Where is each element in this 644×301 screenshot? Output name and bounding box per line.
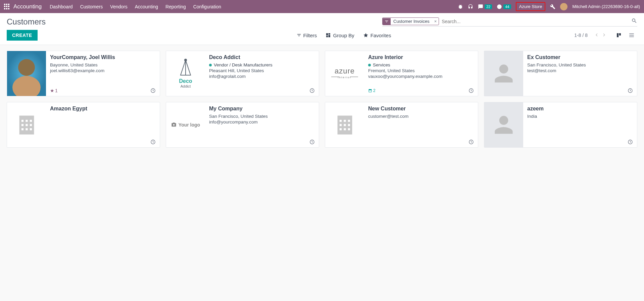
card-image xyxy=(484,51,523,96)
activities-badge: 44 xyxy=(503,4,511,9)
clock-icon[interactable] xyxy=(628,139,633,145)
customer-card[interactable]: New Customer customer@test.com xyxy=(325,102,478,148)
main-menu: Dashboard Customers Vendors Accounting R… xyxy=(50,4,221,9)
person-placeholder-icon xyxy=(484,102,523,147)
menu-dashboard[interactable]: Dashboard xyxy=(50,4,73,9)
svg-text:Deco: Deco xyxy=(179,78,192,84)
kanban-view-button[interactable] xyxy=(613,30,625,40)
svg-point-1 xyxy=(18,59,35,76)
breadcrumb: Customers xyxy=(7,17,46,27)
card-image: azureinterior xyxy=(325,51,364,96)
card-title: azeem xyxy=(527,106,633,112)
menu-configuration[interactable]: Configuration xyxy=(193,4,221,9)
card-title: Azure Interior xyxy=(368,54,474,60)
yourlogo-placeholder: Your logo xyxy=(171,122,200,128)
card-email: joel.willis63@example.com xyxy=(50,68,156,73)
clock-icon[interactable] xyxy=(628,88,633,93)
building-placeholder-icon xyxy=(325,102,364,147)
support-icon[interactable] xyxy=(468,4,473,9)
list-view-button[interactable] xyxy=(626,30,637,40)
tag-dot-icon xyxy=(368,64,371,66)
debug-icon[interactable] xyxy=(458,4,463,9)
customer-card[interactable]: Ex Customer San Francisco, United States… xyxy=(484,51,637,96)
star-icon[interactable]: ★1 xyxy=(50,88,58,93)
app-name[interactable]: Accounting xyxy=(13,3,42,10)
tools-icon[interactable] xyxy=(550,4,555,9)
svg-text:azure: azure xyxy=(335,67,355,75)
search-input[interactable] xyxy=(441,17,631,26)
svg-text:interior: interior xyxy=(338,76,351,79)
activities-icon[interactable]: 44 xyxy=(497,4,511,9)
search-facet: Customer Invoices × xyxy=(382,17,439,25)
card-title: Ex Customer xyxy=(527,54,633,60)
card-title: Amazon Egypt xyxy=(50,106,156,112)
customer-card[interactable]: YourCompany, Joel Willis Bayonne, United… xyxy=(7,51,160,96)
card-image xyxy=(325,102,364,147)
card-location: San Francisco, United States xyxy=(209,114,315,119)
card-email: vauxoo@yourcompany.example.com xyxy=(368,74,474,79)
main-navbar: Accounting Dashboard Customers Vendors A… xyxy=(0,0,644,13)
card-location: San Francisco, United States xyxy=(527,62,633,67)
facet-remove[interactable]: × xyxy=(432,19,439,24)
clock-icon[interactable] xyxy=(150,88,156,93)
card-title: New Customer xyxy=(368,106,474,112)
card-email: info@yourcompany.com xyxy=(209,119,315,124)
clock-icon[interactable] xyxy=(468,139,474,145)
card-title: YourCompany, Joel Willis xyxy=(50,54,156,60)
customer-card[interactable]: Amazon Egypt xyxy=(7,102,160,148)
messages-icon[interactable]: 22 xyxy=(478,4,492,9)
card-image: Your logo xyxy=(166,102,205,147)
menu-vendors[interactable]: Vendors xyxy=(110,4,127,9)
pager-text[interactable]: 1-8 / 8 xyxy=(574,33,588,38)
search-bar[interactable]: Customer Invoices × xyxy=(382,17,637,27)
card-image xyxy=(7,51,46,96)
create-button[interactable]: CREATE xyxy=(7,30,38,41)
pager-prev[interactable] xyxy=(594,32,600,39)
card-email: test@test.com xyxy=(527,68,633,73)
user-avatar[interactable] xyxy=(560,3,567,10)
menu-reporting[interactable]: Reporting xyxy=(165,4,186,9)
filters-dropdown[interactable]: Filters xyxy=(297,33,317,38)
card-title: My Company xyxy=(209,106,315,112)
clock-icon[interactable] xyxy=(309,88,315,93)
card-email: info@agrolait.com xyxy=(209,74,315,79)
svg-text:Addict: Addict xyxy=(181,84,191,88)
card-email: customer@test.com xyxy=(368,114,474,119)
card-tag: Services xyxy=(368,62,474,67)
kanban-view: YourCompany, Joel Willis Bayonne, United… xyxy=(0,45,644,153)
card-image xyxy=(7,102,46,147)
user-name[interactable]: Mitchell Admin (22263690-16-0-all) xyxy=(572,4,640,9)
clock-icon[interactable] xyxy=(468,88,474,93)
customer-card[interactable]: azeem India xyxy=(484,102,637,148)
customer-card[interactable]: azureinterior Azure Interior Services Fr… xyxy=(325,51,478,96)
filters-label: Filters xyxy=(303,33,317,38)
person-placeholder-icon xyxy=(484,51,523,96)
filter-icon xyxy=(383,18,391,25)
card-title: Deco Addict xyxy=(209,54,315,60)
pager-next[interactable] xyxy=(601,32,607,39)
menu-customers[interactable]: Customers xyxy=(80,4,103,9)
calendar-icon[interactable]: 2 xyxy=(368,88,376,93)
clock-icon[interactable] xyxy=(150,139,156,145)
tag-dot-icon xyxy=(209,64,212,66)
card-location: Bayonne, United States xyxy=(50,62,156,67)
card-location: Fremont, United States xyxy=(368,68,474,73)
customer-card[interactable]: DecoAddict Deco Addict Vendor / Desk Man… xyxy=(166,51,319,96)
messages-badge: 22 xyxy=(485,4,492,9)
card-tag: Vendor / Desk Manufacturers xyxy=(209,62,315,67)
groupby-label: Group By xyxy=(333,33,354,38)
card-image xyxy=(484,102,523,147)
company-selector[interactable]: Azure Store xyxy=(516,2,546,11)
facet-label: Customer Invoices xyxy=(391,18,432,25)
favorites-dropdown[interactable]: Favorites xyxy=(363,33,391,38)
card-image: DecoAddict xyxy=(166,51,205,96)
menu-accounting[interactable]: Accounting xyxy=(135,4,158,9)
search-icon[interactable] xyxy=(631,18,637,25)
groupby-dropdown[interactable]: Group By xyxy=(326,33,354,38)
favorites-label: Favorites xyxy=(370,33,391,38)
card-location: India xyxy=(527,114,633,119)
customer-card[interactable]: Your logo My Company San Francisco, Unit… xyxy=(166,102,319,148)
clock-icon[interactable] xyxy=(309,139,315,145)
apps-icon[interactable] xyxy=(4,4,10,10)
card-location: Pleasant Hill, United States xyxy=(209,68,315,73)
